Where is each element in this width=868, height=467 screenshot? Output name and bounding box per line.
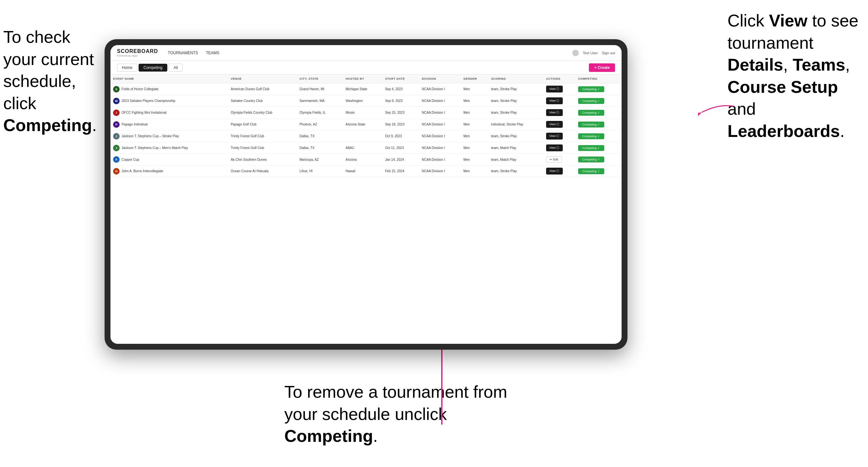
competing-button[interactable]: Competing ✓ [578,110,604,116]
tab-all[interactable]: All [168,64,183,71]
tablet-frame: SCOREBOARD Powered by clippi TOURNAMENTS… [104,39,627,350]
cell-actions: View ⓘ [544,83,576,95]
user-avatar [572,50,579,56]
cell-division: NCAA Division I [419,165,461,177]
cell-scoring: team, Stroke Play [489,107,544,119]
cell-division: NCAA Division I [419,142,461,154]
cell-gender: Men [461,142,489,154]
create-button[interactable]: + Create [589,63,615,72]
table-header-row: EVENT NAME VENUE CITY, STATE HOSTED BY S… [111,74,622,83]
event-name-text: OFCC Fighting Illini Invitational [122,111,166,114]
header-right: Test User Sign out [572,50,615,56]
cell-venue: Trinity Forest Golf Club [228,130,297,142]
cell-actions: View ⓘ [544,119,576,130]
event-name-text: Papago Individual [122,123,148,126]
cell-division: NCAA Division I [419,83,461,95]
team-logo: S [113,86,120,92]
app-header: SCOREBOARD Powered by clippi TOURNAMENTS… [111,45,622,61]
competing-button[interactable]: Competing ✓ [578,145,604,151]
cell-start-date: Oct 11, 2023 [382,142,419,154]
cell-competing: Competing ✓ [576,119,622,130]
col-gender: GENDER [461,74,489,83]
cell-city-state: Olympia Fields, IL [297,107,343,119]
view-button[interactable]: View ⓘ [546,97,563,104]
team-logo: P [113,121,120,128]
cell-city-state: Sammamish, WA [297,95,343,107]
cell-scoring: team, Stroke Play [489,130,544,142]
col-city-state: CITY, STATE [297,74,343,83]
left-annotation: To check your current schedule, click Co… [3,26,108,136]
view-button[interactable]: View ⓘ [546,121,563,128]
right-annotation: Click View to see tournament Details, Te… [727,10,865,143]
competing-button[interactable]: Competing ✓ [578,86,604,92]
competing-button[interactable]: Competing ✓ [578,168,604,174]
team-logo: W [113,98,120,104]
cell-division: NCAA Division I [419,107,461,119]
tab-home[interactable]: Home [117,64,137,71]
event-name-text: 2023 Sahalee Players Championship [122,99,176,103]
tab-competing[interactable]: Competing [138,64,167,71]
cell-start-date: Sep 18, 2023 [382,119,419,130]
team-logo: A [113,156,120,163]
cell-competing: Competing ✓ [576,83,622,95]
nav-tournaments[interactable]: TOURNAMENTS [168,49,198,57]
view-button[interactable]: View ⓘ [546,133,563,139]
cell-hosted-by: Washington [343,95,383,107]
cell-event-name: W 2023 Sahalee Players Championship [111,95,228,107]
cell-hosted-by: Michigan State [343,83,383,95]
event-name-text: Folds of Honor Collegiate [122,87,158,91]
view-button[interactable]: View ⓘ [546,109,563,116]
cell-city-state: Lihue, HI [297,165,343,177]
cell-event-name: J Jackson T. Stephens Cup – Stroke Play [111,130,228,142]
event-name-text: John A. Burns Intercollegiate [122,169,163,173]
nav-teams[interactable]: TEAMS [206,49,219,57]
team-logo: H [113,168,120,175]
cell-actions: ✏ Edit [544,154,576,165]
cell-start-date: Sep 15, 2023 [382,107,419,119]
cell-scoring: team, Stroke Play [489,95,544,107]
event-name-text: Jackson T. Stephens Cup – Stroke Play [122,134,179,138]
bottom-annotation: To remove a tournament from your schedul… [284,381,513,447]
view-button[interactable]: View ⓘ [546,145,563,151]
view-button[interactable]: View ⓘ [546,86,563,92]
view-button[interactable]: View ⓘ [546,168,563,175]
competing-button[interactable]: Competing ✓ [578,133,604,139]
cell-actions: View ⓘ [544,130,576,142]
user-name: Test User [583,51,598,55]
cell-city-state: Phoenix, AZ [297,119,343,130]
cell-scoring: individual, Stroke Play [489,119,544,130]
cell-hosted-by: Hawaii [343,165,383,177]
cell-venue: Olympia Fields Country Club [228,107,297,119]
competing-button[interactable]: Competing ✓ [578,122,604,127]
sign-out-link[interactable]: Sign out [602,51,615,55]
cell-actions: View ⓘ [544,165,576,177]
cell-scoring: team, Stroke Play [489,83,544,95]
team-logo: J [113,133,120,139]
cell-division: NCAA Division I [419,130,461,142]
competing-button[interactable]: Competing ✓ [578,157,604,162]
cell-competing: Competing ✓ [576,165,622,177]
cell-event-name: I OFCC Fighting Illini Invitational [111,107,228,119]
cell-city-state: Dallas, TX [297,130,343,142]
cell-city-state: Maricopa, AZ [297,154,343,165]
cell-start-date: Jan 14, 2024 [382,154,419,165]
cell-hosted-by: Illinois [343,107,383,119]
edit-button[interactable]: ✏ Edit [546,156,562,163]
cell-gender: Men [461,154,489,165]
table-row: A Copper Cup Ak-Chin Southern DunesMaric… [111,154,622,165]
cell-venue: Trinity Forest Golf Club [228,142,297,154]
col-hosted-by: HOSTED BY [343,74,383,83]
cell-actions: View ⓘ [544,142,576,154]
cell-scoring: team, Stroke Play [489,165,544,177]
cell-scoring: team, Match Play [489,154,544,165]
competing-button[interactable]: Competing ✓ [578,98,604,104]
cell-division: NCAA Division I [419,119,461,130]
cell-competing: Competing ✓ [576,142,622,154]
cell-event-name: P Papago Individual [111,119,228,130]
table-row: H John A. Burns Intercollegiate Ocean Co… [111,165,622,177]
cell-event-name: S Folds of Honor Collegiate [111,83,228,95]
cell-start-date: Oct 9, 2023 [382,130,419,142]
cell-venue: American Dunes Golf Club [228,83,297,95]
cell-competing: Competing ✓ [576,107,622,119]
cell-gender: Men [461,165,489,177]
